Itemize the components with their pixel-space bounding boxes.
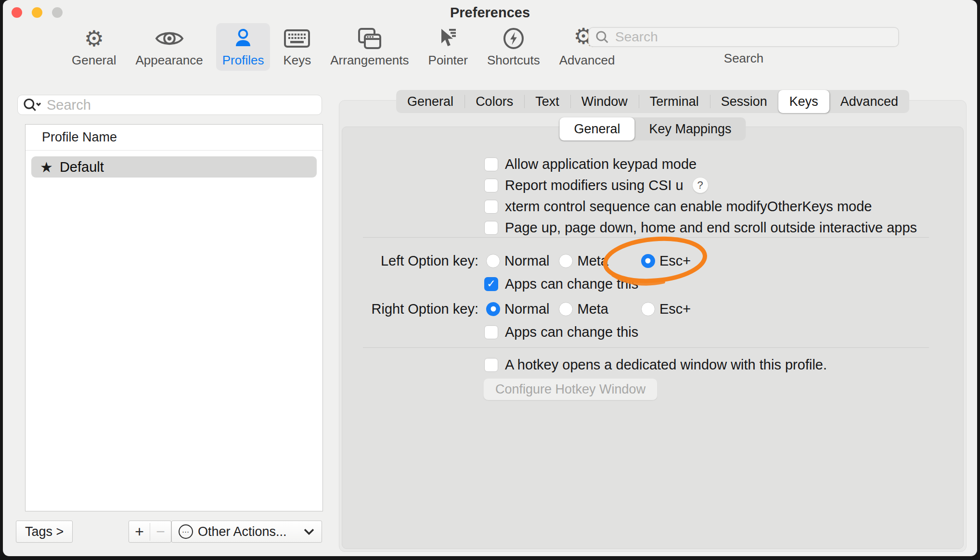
profile-row-default[interactable]: ★ Default	[31, 156, 317, 178]
right-apps-can-change-row[interactable]: Apps can change this	[484, 323, 638, 341]
radio-button-selected[interactable]	[486, 302, 500, 316]
toolbar-label: Pointer	[428, 53, 468, 68]
radio-label: Esc+	[659, 253, 691, 269]
lightning-icon	[502, 26, 525, 51]
left-apps-can-change-row[interactable]: ✓ Apps can change this	[484, 275, 638, 293]
tab-text[interactable]: Text	[524, 90, 570, 113]
checkbox-label: Apps can change this	[505, 324, 638, 340]
window-title: Preferences	[3, 5, 977, 21]
checkbox-row-keypad[interactable]: Allow application keypad mode	[484, 155, 696, 173]
search-menu-icon	[23, 97, 42, 113]
tab-keys[interactable]: Keys	[778, 90, 829, 113]
profile-tabs: General Colors Text Window Terminal Sess…	[396, 90, 909, 113]
radio-label: Esc+	[659, 301, 691, 317]
left-option-key-row: Left Option key: Normal Meta Esc+	[324, 252, 691, 269]
toolbar: ⚙ General Appearance Profiles	[65, 23, 621, 71]
radio-button[interactable]	[559, 302, 573, 316]
toolbar-item-shortcuts[interactable]: Shortcuts	[481, 23, 546, 71]
checkbox[interactable]	[484, 358, 498, 372]
radio-label: Meta	[577, 301, 608, 317]
profile-search-field[interactable]	[17, 95, 322, 115]
search-icon	[595, 30, 609, 44]
toolbar-search-label: Search	[588, 51, 899, 66]
tab-terminal[interactable]: Terminal	[639, 90, 710, 113]
tab-general[interactable]: General	[396, 90, 464, 113]
checkbox-label: Page up, page down, home and end scroll …	[505, 220, 917, 236]
radio-button[interactable]	[559, 254, 573, 268]
other-actions-label: Other Actions...	[198, 524, 298, 539]
toolbar-item-pointer[interactable]: Pointer	[422, 23, 474, 71]
help-button[interactable]: ?	[692, 177, 709, 193]
tab-session[interactable]: Session	[710, 90, 778, 113]
radio-label: Meta	[577, 253, 608, 269]
checkbox-row-csi-u[interactable]: Report modifiers using CSI u ?	[484, 177, 709, 194]
tags-button[interactable]: Tags >	[16, 521, 73, 543]
checkbox[interactable]	[484, 325, 498, 339]
preferences-window: Preferences ⚙ General Appearance	[3, 0, 977, 556]
checkbox[interactable]	[484, 157, 498, 171]
radio-button[interactable]	[641, 302, 655, 316]
toolbar-item-arrangements[interactable]: Arrangements	[324, 23, 415, 71]
left-option-key-label: Left Option key:	[324, 253, 478, 269]
radio-button-selected[interactable]	[641, 254, 655, 268]
toolbar-item-profiles[interactable]: Profiles	[216, 23, 271, 71]
toolbar-item-keys[interactable]: Keys	[277, 23, 317, 71]
toolbar-label: Arrangements	[330, 53, 409, 68]
checkbox-label: Report modifiers using CSI u	[505, 178, 683, 193]
checkbox-row-modifyotherkeys[interactable]: xterm control sequence can enable modify…	[484, 198, 872, 215]
titlebar: Preferences	[3, 0, 977, 24]
checkbox[interactable]	[484, 200, 498, 214]
toolbar-item-general[interactable]: ⚙ General	[65, 23, 123, 71]
checkbox-label: Allow application keypad mode	[505, 156, 696, 172]
radio-label: Normal	[504, 253, 549, 269]
radio-right-esc[interactable]: Esc+	[641, 301, 691, 317]
hotkey-checkbox-row[interactable]: A hotkey opens a dedicated window with t…	[484, 356, 827, 373]
subtab-general[interactable]: General	[559, 117, 634, 140]
section-divider	[363, 237, 929, 238]
configure-hotkey-label: Configure Hotkey Window	[495, 382, 645, 397]
keyboard-icon	[284, 26, 310, 51]
star-icon: ★	[40, 159, 53, 176]
radio-right-normal[interactable]: Normal	[486, 301, 549, 317]
profile-name: Default	[60, 159, 104, 175]
keys-subtabs: General Key Mappings	[559, 117, 746, 140]
toolbar-label: Appearance	[136, 53, 203, 68]
toolbar-search-field[interactable]	[588, 27, 899, 47]
tab-colors[interactable]: Colors	[464, 90, 524, 113]
configure-hotkey-window-button[interactable]: Configure Hotkey Window	[483, 378, 658, 400]
eye-icon	[155, 26, 184, 51]
windows-icon	[357, 26, 382, 51]
add-profile-button[interactable]: +	[129, 523, 150, 541]
right-option-key-row: Right Option key: Normal Meta Esc+	[324, 300, 691, 318]
radio-left-esc[interactable]: Esc+	[641, 253, 691, 269]
checkbox[interactable]	[484, 178, 498, 192]
toolbar-label: Profiles	[222, 53, 264, 68]
tab-advanced[interactable]: Advanced	[829, 90, 909, 113]
radio-left-meta[interactable]: Meta	[559, 253, 608, 269]
tab-window[interactable]: Window	[570, 90, 639, 113]
toolbar-item-appearance[interactable]: Appearance	[129, 23, 209, 71]
checkbox-label: A hotkey opens a dedicated window with t…	[505, 357, 827, 373]
checkbox-label: Apps can change this	[505, 276, 638, 292]
profile-search-input[interactable]	[46, 97, 317, 114]
checkbox-checked[interactable]: ✓	[484, 277, 498, 291]
left-option-radio-group: Normal Meta Esc+	[486, 253, 691, 269]
toolbar-search-input[interactable]	[614, 29, 892, 45]
checkbox-row-scroll-outside[interactable]: Page up, page down, home and end scroll …	[484, 219, 917, 236]
profile-list: Profile Name ★ Default	[25, 124, 323, 511]
radio-button[interactable]	[486, 254, 500, 268]
cursor-icon	[437, 26, 460, 51]
toolbar-label: Shortcuts	[487, 53, 540, 68]
radio-right-meta[interactable]: Meta	[559, 301, 608, 317]
remove-profile-button[interactable]: −	[150, 523, 171, 541]
toolbar-search: Search	[588, 27, 899, 66]
other-actions-dropdown[interactable]: … Other Actions...	[171, 521, 322, 543]
radio-left-normal[interactable]: Normal	[486, 253, 549, 269]
toolbar-label: Keys	[283, 53, 311, 68]
profile-list-header: Profile Name	[26, 125, 322, 151]
subtab-key-mappings[interactable]: Key Mappings	[634, 117, 746, 140]
checkbox[interactable]	[484, 221, 498, 235]
checkbox-label: xterm control sequence can enable modify…	[505, 199, 872, 215]
radio-label: Normal	[504, 301, 549, 317]
section-divider	[363, 347, 929, 348]
